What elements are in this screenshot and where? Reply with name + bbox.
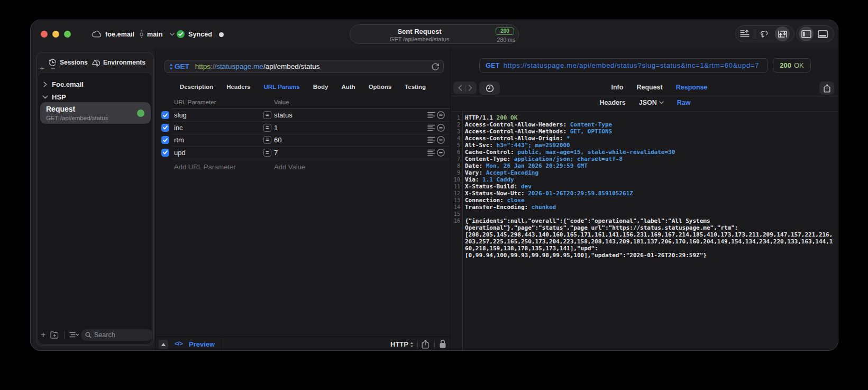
param-row-rtm: rtm=60	[156, 134, 450, 147]
search-placeholder: Search	[94, 331, 115, 339]
response-tab-info[interactable]: Info	[611, 84, 624, 91]
nav-forward-button[interactable]	[468, 85, 472, 91]
response-subtab-json[interactable]: JSON	[639, 99, 664, 106]
sidebar-search-input[interactable]: Search	[81, 329, 152, 341]
request-tab-url-params[interactable]: URL Params	[264, 84, 300, 90]
close-window-button[interactable]	[41, 31, 48, 38]
statusbar-divider	[434, 340, 435, 349]
tree-item-hsp[interactable]: HSP	[38, 91, 152, 103]
sync-status[interactable]: Synced	[177, 20, 212, 48]
param-value[interactable]: 60	[274, 136, 281, 144]
response-subtab-headers[interactable]: Headers	[599, 99, 625, 106]
add-request-button[interactable]: +	[41, 331, 45, 339]
param-options-button[interactable]	[427, 149, 435, 156]
response-url-bar[interactable]: GET https://statuspage.me/api/embed/stat…	[479, 58, 768, 72]
code-line: 203,257,225,165,250,173,204,223,158,208,…	[451, 238, 838, 245]
sent-request-pill[interactable]: Sent Request GET /api/embed/status 200 2…	[350, 24, 519, 44]
equals-badge: =	[263, 149, 271, 157]
branch-selector[interactable]: main	[139, 20, 175, 48]
param-checkbox[interactable]	[161, 111, 169, 119]
git-commit-icon	[139, 30, 144, 39]
tab-sessions-label: Sessions	[60, 59, 88, 66]
param-row-slug: slug=status	[156, 109, 450, 122]
param-value[interactable]: 1	[274, 124, 278, 132]
param-options-button[interactable]	[427, 124, 435, 131]
sync-status-label: Synced	[188, 31, 212, 38]
new-folder-button[interactable]	[50, 331, 59, 339]
share-icon	[824, 84, 830, 93]
param-row-upd: upd=7	[156, 147, 450, 159]
request-tree-panel: Foe.email HSP Request GET /api/embed/sta…	[38, 72, 152, 344]
request-tab-testing[interactable]: Testing	[405, 84, 426, 90]
share-response-button[interactable]	[819, 81, 834, 95]
export-log-button[interactable]	[740, 30, 750, 38]
param-checkbox[interactable]	[161, 124, 169, 132]
request-tab-headers[interactable]: Headers	[226, 84, 250, 90]
param-name[interactable]: inc	[174, 124, 183, 132]
protocol-selector[interactable]: HTTP	[390, 340, 408, 348]
tree-item-request-selected[interactable]: Request GET /api/embed/status	[40, 102, 151, 124]
row-divider	[172, 159, 450, 159]
protocol-dropdown-icon	[410, 342, 414, 348]
swap-panes-button[interactable]	[775, 26, 790, 41]
response-subtab-raw[interactable]: Raw	[677, 99, 691, 106]
param-name[interactable]: upd	[174, 149, 186, 157]
param-value[interactable]: 7	[274, 149, 278, 157]
response-body[interactable]: 1HTTP/1.1 200 OK2Access-Control-Allow-He…	[451, 111, 838, 351]
param-checkbox[interactable]	[161, 136, 169, 144]
add-session-button[interactable]: +	[40, 64, 44, 72]
history-button[interactable]	[479, 81, 500, 95]
project-selector[interactable]: foe.email	[92, 20, 134, 48]
titlebar-divider	[215, 30, 215, 39]
param-checkbox[interactable]	[161, 149, 169, 157]
response-subtabs: HeadersJSONRaw	[451, 99, 838, 106]
nav-back-button[interactable]	[458, 85, 462, 91]
request-pane: GET https://statuspage.me/api/embed/stat…	[155, 48, 451, 351]
toggle-bottom-panel-button[interactable]	[818, 30, 828, 38]
request-method: GET	[175, 62, 189, 70]
remove-param-button[interactable]	[437, 124, 445, 132]
param-options-button[interactable]	[427, 112, 435, 119]
remove-param-button[interactable]	[437, 111, 445, 119]
line-number: 16	[451, 217, 460, 224]
remove-session-button[interactable]: −	[51, 64, 56, 72]
param-value[interactable]: status	[274, 111, 293, 119]
request-tab-options[interactable]: Options	[369, 84, 391, 90]
status-code-badge: 200	[496, 28, 514, 35]
request-url-bar[interactable]: GET https://statuspage.me/api/embed/stat…	[165, 60, 444, 73]
sidebar-bottom-toolbar: + Sea	[38, 328, 152, 342]
param-name[interactable]: slug	[174, 111, 187, 119]
preview-button[interactable]: Preview	[189, 340, 215, 348]
tab-environments[interactable]: Environments	[92, 57, 145, 68]
add-parameter-row[interactable]: Add URL Parameter Add Value	[156, 161, 450, 174]
statusbar-divider	[221, 337, 222, 351]
share-icon	[422, 340, 429, 349]
code-preview-icon: </>	[175, 340, 183, 347]
sort-options-button[interactable]	[69, 332, 79, 338]
minimize-window-button[interactable]	[52, 31, 59, 38]
tree-item-foe-email[interactable]: Foe.email	[38, 78, 152, 90]
toggle-left-panel-button[interactable]	[799, 26, 814, 41]
cloud-sync-button[interactable]	[761, 30, 770, 38]
sent-request-title: Sent Request	[350, 28, 489, 35]
remove-param-button[interactable]	[437, 149, 445, 157]
code-line: 11X-Status-Build: dev	[451, 183, 838, 190]
add-parameter-placeholder: Add URL Parameter	[174, 163, 236, 171]
share-request-button[interactable]	[422, 340, 429, 349]
code-line: 16{"incidents":null,"overall":{"code":"o…	[451, 217, 838, 224]
request-tab-auth[interactable]: Auth	[341, 84, 355, 90]
request-item-title: Request	[46, 105, 75, 113]
zoom-window-button[interactable]	[64, 31, 71, 38]
param-name[interactable]: rtm	[174, 136, 184, 144]
collapse-panel-button[interactable]	[159, 340, 168, 349]
response-tab-request[interactable]: Request	[636, 84, 662, 91]
line-number: 15	[451, 211, 460, 217]
request-tab-body[interactable]: Body	[313, 84, 328, 90]
send-request-button[interactable]	[431, 62, 440, 71]
remove-param-button[interactable]	[437, 136, 445, 144]
request-tab-description[interactable]: Description	[180, 84, 213, 90]
param-options-button[interactable]	[427, 137, 435, 143]
response-tab-response[interactable]: Response	[676, 84, 708, 91]
line-number: 13	[451, 197, 460, 204]
lock-button[interactable]	[440, 340, 446, 348]
